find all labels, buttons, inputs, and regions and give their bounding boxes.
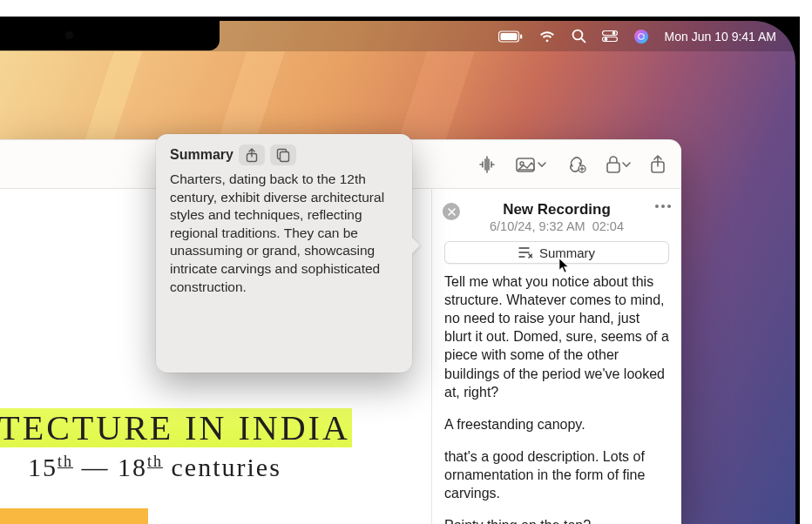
highlight-orange [0,508,148,524]
transcript-pane: New Recording 6/10/24, 9:32 AM02:04 Summ… [431,189,681,524]
handwriting-line-2: 15th — 18th centuries [28,453,352,482]
svg-rect-17 [280,151,288,161]
wifi-icon[interactable] [538,30,556,43]
popover-copy-button[interactable] [270,144,296,165]
media-button[interactable] [516,156,546,173]
control-center-icon[interactable] [602,30,618,42]
svg-line-4 [581,38,585,42]
battery-icon[interactable] [498,30,523,43]
svg-point-9 [634,30,648,44]
summary-popover: Summary Charters, dating back to the 12t… [156,134,412,373]
handwriting-block: ITECTURE IN INDIA 15th — 18th centuries [0,409,352,482]
svg-rect-2 [520,34,522,38]
recording-meta: 6/10/24, 9:32 AM02:04 [444,219,669,233]
notch [0,21,220,50]
transcript: Tell me what you notice about this struc… [444,272,669,524]
popover-share-button[interactable] [239,144,265,165]
device-bezel: Mon Jun 10 9:41 AM [0,17,800,524]
popover-body: Charters, dating back to the 12th centur… [170,171,398,296]
summary-icon [518,246,532,259]
popover-title: Summary [170,147,233,163]
chevron-down-icon [622,160,631,169]
recording-title: New Recording [503,201,611,218]
transcript-line: Tell me what you notice about this struc… [444,272,669,401]
link-button[interactable] [565,155,586,174]
summary-button[interactable]: Summary [444,241,669,264]
spotlight-icon[interactable] [572,29,586,44]
audio-button[interactable] [477,156,497,173]
chevron-down-icon [538,160,546,169]
svg-point-6 [612,31,615,35]
more-button[interactable] [655,205,671,208]
transcript-line: that's a good description. Lots of ornam… [444,447,669,502]
menubar-datetime[interactable]: Mon Jun 10 9:41 AM [665,30,776,44]
svg-rect-1 [500,33,517,40]
handwriting-line-1: ITECTURE IN INDIA [0,408,352,447]
close-button[interactable] [443,203,460,220]
transcript-line: Pointy thing on the top? [444,516,669,524]
lock-button[interactable] [606,155,631,174]
share-button[interactable] [650,155,666,174]
desktop: Mon Jun 10 9:41 AM [0,21,795,524]
svg-point-8 [604,37,607,41]
transcript-line: A freestanding canopy. [444,415,669,433]
cursor-icon [558,258,571,273]
app-window: ITECTURE IN INDIA 15th — 18th centuries … [0,139,681,524]
svg-rect-14 [607,163,619,172]
siri-icon[interactable] [633,29,649,44]
svg-point-12 [520,162,524,165]
